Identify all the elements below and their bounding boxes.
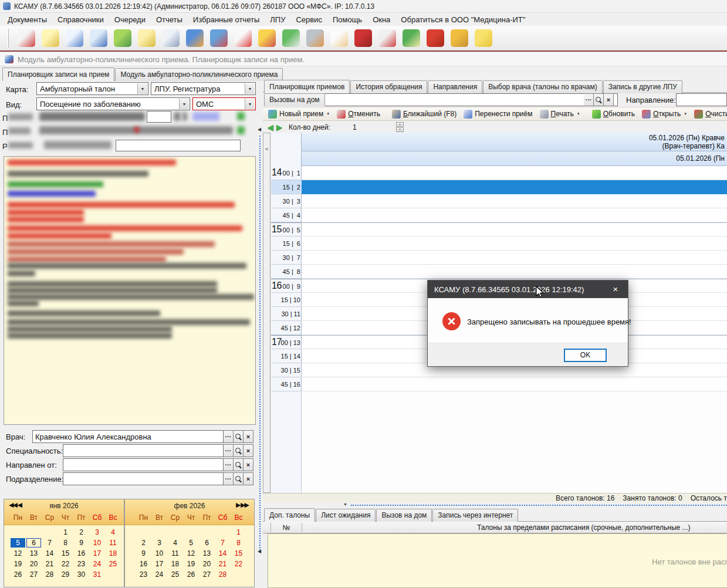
oms-select[interactable]: ОМС▼	[192, 97, 256, 110]
chat-icon[interactable]	[475, 29, 492, 47]
collapse-left-icon[interactable]: <	[265, 146, 268, 152]
search-icon[interactable]	[234, 458, 244, 471]
karta-select[interactable]: Амбулаторный талон▼	[36, 82, 148, 95]
days-count-stepper[interactable]: ▲▼	[396, 122, 404, 132]
calendar-day[interactable]: 14	[42, 549, 57, 558]
splitter-collapse-icon[interactable]: ◀	[258, 127, 261, 132]
nurse-icon[interactable]	[330, 29, 348, 47]
tab-right-4[interactable]: Запись в другие ЛПУ	[603, 80, 682, 93]
tab-right-0[interactable]: Планировщик приемов	[264, 80, 350, 93]
tab-right-3[interactable]: Выбор врача (талоны по врачам)	[483, 80, 602, 93]
clear-button[interactable]: ×	[244, 430, 253, 443]
calendar-day[interactable]: 11	[168, 549, 182, 558]
print-button[interactable]: Печать▼	[537, 109, 583, 120]
new-appointment-button[interactable]: Новый прием▼	[266, 109, 332, 120]
calendar-day[interactable]: 28	[215, 570, 230, 579]
schedule-slot[interactable]	[302, 194, 727, 208]
schedule-column-header[interactable]: 05.01.2026 (Пн) Кравче (Врач-терапевт) К…	[302, 133, 727, 151]
tab-left-1[interactable]: Модуль амбулаторно-поликлинического прие…	[115, 68, 283, 81]
calendar-day[interactable]: 7	[215, 538, 230, 548]
calendar-day[interactable]: 23	[74, 559, 89, 569]
patient-action-icon[interactable]	[237, 112, 245, 120]
calendar-day[interactable]: 7	[42, 538, 57, 548]
calendar-day[interactable]: 11	[106, 538, 120, 548]
grid-collapse-strip[interactable]: <	[263, 133, 270, 493]
search-icon[interactable]	[234, 430, 244, 443]
calendar-day[interactable]: 20	[26, 559, 41, 569]
prev-day-icon[interactable]: ◀	[268, 123, 273, 131]
calendar-day[interactable]: 24	[152, 570, 167, 579]
calendar-nav-arrows[interactable]: ◀◀ ◀	[9, 501, 21, 509]
patient-card-icon[interactable]	[90, 29, 107, 47]
calendar-day[interactable]: 3	[90, 528, 104, 537]
panel-splitter-horizontal[interactable]: ▼	[263, 502, 727, 508]
calendar-day[interactable]: 10	[90, 538, 104, 548]
calendar-day[interactable]: 22	[58, 559, 73, 569]
basket-icon[interactable]	[258, 29, 276, 47]
tab-right-5[interactable]: Вызовы на дом	[264, 93, 325, 106]
calendar-day[interactable]: 9	[74, 538, 89, 548]
chevron-down-icon[interactable]: ▼	[179, 99, 189, 109]
notes-icon[interactable]	[42, 29, 59, 47]
open-button[interactable]: Открыть▼	[640, 109, 689, 120]
field-input-1[interactable]	[63, 444, 224, 457]
calendar-day[interactable]: 1	[231, 528, 246, 537]
calendar-day[interactable]: 3	[152, 538, 167, 548]
chevron-down-icon[interactable]: ▼	[245, 99, 255, 109]
field-input-3[interactable]	[63, 472, 224, 485]
lab-add-icon[interactable]	[114, 29, 131, 47]
operator-icon[interactable]	[18, 29, 35, 47]
chevron-down-icon[interactable]: ▼	[245, 83, 255, 94]
tab-bottom-2[interactable]: Вызов на дом	[376, 509, 432, 522]
clear-button[interactable]: Очистить▼	[692, 109, 727, 120]
tab-right-2[interactable]: Направления	[428, 80, 482, 93]
calendar-day[interactable]: 31	[90, 570, 104, 579]
calendar-day[interactable]: 22	[231, 559, 246, 569]
calendar-day[interactable]: 8	[231, 538, 246, 548]
schedule-subheader[interactable]: 05.01.2026 (Пн	[302, 151, 727, 166]
schedule-slot[interactable]	[302, 377, 727, 391]
transfer-button[interactable]: Перенести приём	[461, 109, 535, 120]
ok-button[interactable]: OK	[564, 349, 607, 362]
clear-button[interactable]: ×	[244, 458, 253, 471]
lpu-select[interactable]: ЛПУ. Регистратура▼	[151, 82, 256, 95]
calendar-day[interactable]: 17	[90, 549, 104, 558]
menu-item-6[interactable]: Сервис	[290, 13, 327, 26]
panel-splitter-vertical[interactable]: ◀ ◀	[256, 66, 263, 588]
search-icon[interactable]	[234, 472, 244, 485]
patient-input[interactable]	[116, 140, 241, 151]
calendar-day[interactable]: 26	[184, 570, 198, 579]
calendar-day[interactable]: 27	[199, 570, 214, 579]
medicines-icon[interactable]	[210, 29, 228, 47]
calendar-day[interactable]: 28	[42, 570, 57, 579]
calendar-day[interactable]: 13	[26, 549, 41, 558]
logo-arrow-icon[interactable]	[427, 29, 444, 47]
schedule-slot[interactable]	[302, 236, 727, 251]
calendar-day[interactable]: 20	[199, 559, 214, 569]
patient-action-icon[interactable]	[237, 126, 245, 134]
barcode-scanner-icon[interactable]	[306, 29, 324, 47]
dialog-close-icon[interactable]: ×	[603, 281, 628, 298]
next-day-icon[interactable]: ▶	[276, 123, 282, 131]
calendar-day[interactable]: 18	[106, 549, 120, 558]
splitter-collapse-icon[interactable]: ▼	[343, 502, 347, 506]
calendar-day[interactable]: 21	[215, 559, 230, 569]
schedule-slot[interactable]	[302, 166, 727, 180]
menu-item-8[interactable]: Окна	[367, 13, 395, 26]
calendar-day[interactable]: 4	[106, 528, 120, 537]
red-book-icon[interactable]	[354, 29, 372, 47]
patient-doc-icon[interactable]	[66, 29, 83, 47]
calendar-day[interactable]: 30	[74, 570, 89, 579]
schedule-slot[interactable]	[302, 251, 727, 265]
edit-pad-icon[interactable]	[138, 29, 155, 47]
calendar-day[interactable]: 13	[199, 549, 214, 558]
calendar-day[interactable]: 14	[215, 549, 230, 558]
more-button[interactable]: ···	[224, 458, 234, 471]
calendar-day[interactable]: 25	[106, 559, 120, 569]
patient-field-small[interactable]	[147, 111, 171, 123]
calendar-day[interactable]: 26	[11, 570, 25, 579]
calendar-day[interactable]: 2	[74, 528, 89, 537]
spin-up-icon[interactable]: ▲	[396, 122, 404, 127]
menu-item-7[interactable]: Помощь	[327, 13, 367, 26]
calendar-day[interactable]: 19	[184, 559, 198, 569]
